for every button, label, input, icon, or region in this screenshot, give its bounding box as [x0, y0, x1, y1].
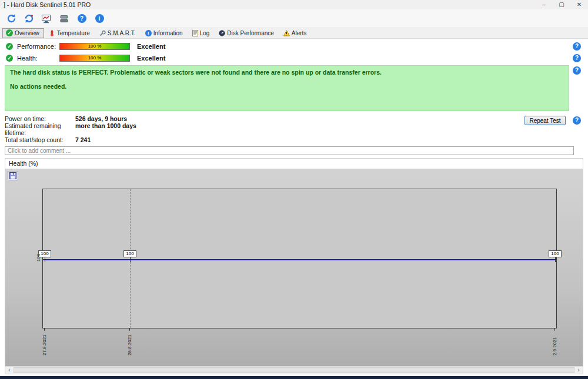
overview-check-icon: ✓	[6, 29, 13, 36]
point-value-label: 100	[123, 250, 136, 257]
tab-smart[interactable]: S.M.A.R.T.	[96, 29, 141, 38]
close-button[interactable]: ✕	[570, 0, 588, 9]
status-action-text: No actions needed.	[10, 83, 564, 90]
repeat-test-help-icon[interactable]: ?	[573, 116, 581, 125]
health-row: ✓ Health: 100 % Excellent ?	[0, 52, 588, 64]
tab-log[interactable]: Log	[189, 29, 215, 38]
save-icon	[9, 172, 16, 179]
stat-row: Estimated remaining lifetime: more than …	[5, 122, 588, 136]
tab-label: Alerts	[292, 30, 307, 36]
stat-row: Power on time: 526 days, 9 hours	[5, 115, 588, 122]
health-label: Health:	[17, 55, 59, 62]
status-text: The hard disk status is PERFECT. Problem…	[10, 69, 564, 76]
tab-overview[interactable]: ✓ Overview	[2, 28, 44, 38]
chart-area: 100 100 100 100 27.8.2021 28.8.2021 2.9.…	[5, 169, 583, 366]
performance-help-icon[interactable]: ?	[573, 42, 581, 51]
performance-label: Performance:	[17, 43, 59, 50]
point-value-label: 100	[549, 250, 562, 257]
refresh-button[interactable]	[5, 12, 18, 25]
stats-section: Power on time: 526 days, 9 hours Estimat…	[0, 115, 588, 143]
disks-icon	[59, 14, 69, 24]
health-line-series	[43, 259, 556, 260]
scroll-right-arrow[interactable]: ›	[574, 367, 583, 374]
x-axis-tick	[554, 328, 555, 331]
tabbar: ✓ Overview Temperature S.M.A.R.T. i Info…	[0, 28, 588, 39]
point-marker	[130, 257, 131, 262]
help-icon: ?	[78, 14, 86, 23]
gauge-icon	[219, 30, 225, 36]
status-help-icon[interactable]: ?	[573, 66, 581, 75]
performance-ok-icon: ✓	[6, 43, 13, 50]
rescan-devices-button[interactable]	[22, 12, 35, 25]
tab-information[interactable]: i Information	[142, 29, 188, 38]
bottom-bar	[0, 376, 588, 379]
rescan-icon	[24, 14, 34, 24]
tab-label: Overview	[15, 30, 39, 36]
help-button[interactable]: ?	[75, 12, 88, 25]
tab-label: Log	[200, 30, 210, 36]
health-rating: Excellent	[137, 55, 165, 62]
health-gauge: 100 %	[59, 55, 130, 62]
y-axis-tick-label: 100	[36, 252, 41, 264]
comment-section	[0, 143, 588, 155]
remaining-lifetime-label: Estimated remaining lifetime:	[5, 122, 75, 136]
wrench-icon	[99, 30, 106, 36]
window-title: ] - Hard Disk Sentinel 5.01 PRO	[4, 1, 91, 8]
titlebar: ] - Hard Disk Sentinel 5.01 PRO – ▢ ✕	[0, 0, 588, 9]
toolbar: ? i	[0, 9, 588, 28]
stat-row: Total start/stop count: 7 241	[5, 136, 588, 143]
x-axis-label: 2.9.2021	[552, 337, 557, 355]
window-controls: – ▢ ✕	[535, 0, 588, 9]
log-icon	[192, 30, 198, 36]
thermometer-icon	[49, 30, 55, 36]
health-ok-icon: ✓	[6, 55, 13, 62]
tab-label: S.M.A.R.T.	[108, 30, 136, 36]
x-axis-tick	[44, 328, 45, 331]
performance-gauge: 100 %	[59, 43, 130, 50]
save-chart-button[interactable]	[8, 171, 18, 180]
scrollbar-thumb[interactable]	[14, 367, 574, 373]
minimize-button[interactable]: –	[535, 0, 553, 9]
comment-input[interactable]	[5, 146, 574, 155]
start-stop-count-label: Total start/stop count:	[5, 136, 75, 143]
point-marker	[45, 257, 45, 262]
info-icon: i	[95, 14, 104, 23]
point-marker	[555, 257, 556, 262]
x-axis-label: 27.8.2021	[42, 334, 47, 355]
chart-title: Health (%)	[5, 159, 583, 169]
information-icon: i	[145, 30, 152, 36]
chart-plot: 100 100 100 100	[42, 189, 557, 328]
alert-icon	[283, 30, 290, 36]
disk-status-box: The hard disk status is PERFECT. Problem…	[5, 65, 569, 111]
maximize-button[interactable]: ▢	[553, 0, 570, 9]
performance-row: ✓ Performance: 100 % Excellent ?	[0, 41, 588, 52]
remaining-lifetime-value: more than 1000 days	[75, 122, 136, 136]
scroll-left-arrow[interactable]: ‹	[5, 367, 14, 374]
disks-button[interactable]	[58, 12, 71, 25]
repeat-test-button[interactable]: Repeat Test	[524, 116, 566, 125]
monitor-chart-icon	[41, 14, 52, 24]
x-axis-label: 28.8.2021	[127, 334, 132, 355]
power-on-time-value: 526 days, 9 hours	[75, 115, 127, 122]
chart-horizontal-scrollbar[interactable]: ‹ ›	[5, 366, 583, 374]
tab-alerts[interactable]: Alerts	[280, 29, 312, 38]
status-section: The hard disk status is PERFECT. Problem…	[0, 64, 588, 111]
x-axis-tick	[129, 328, 130, 331]
tab-temperature[interactable]: Temperature	[45, 29, 95, 38]
about-button[interactable]: i	[93, 12, 106, 25]
tab-label: Temperature	[57, 30, 90, 36]
start-stop-count-value: 7 241	[75, 136, 91, 143]
tab-label: Disk Performance	[227, 30, 273, 36]
performance-rating: Excellent	[137, 43, 165, 50]
health-help-icon[interactable]: ?	[573, 54, 581, 62]
refresh-icon	[6, 14, 16, 24]
power-on-time-label: Power on time:	[5, 115, 75, 122]
tab-disk-performance[interactable]: Disk Performance	[215, 29, 278, 38]
tab-label: Information	[153, 30, 183, 36]
health-chart-panel: Health (%) 100 100 100 100 27.8.2021 28.…	[5, 158, 583, 374]
monitor-button[interactable]	[40, 12, 53, 25]
